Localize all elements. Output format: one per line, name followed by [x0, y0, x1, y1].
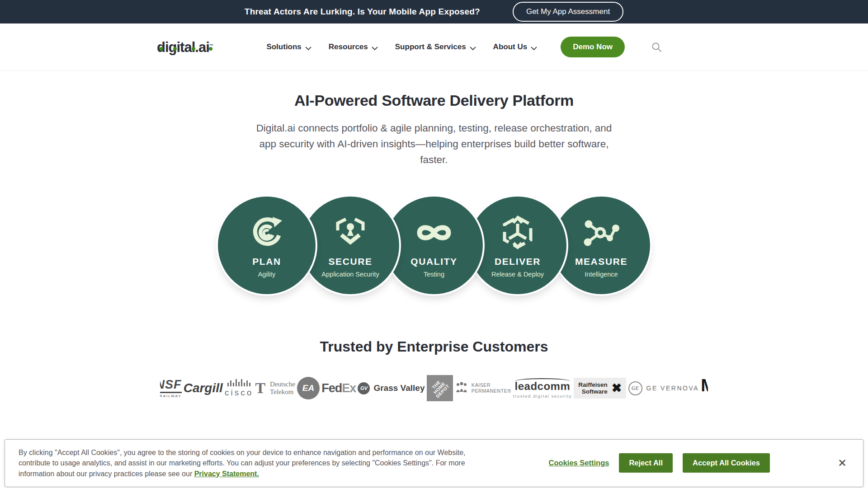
nav-label: Support & Services — [395, 42, 466, 52]
hero-subtitle: Digital.ai connects portfolio & agile pl… — [246, 120, 622, 168]
grass-valley-badge-icon: GV — [358, 382, 370, 394]
bnsf-railway-text: RAILWAY — [160, 394, 182, 398]
cisco-wordmark: cisco — [225, 388, 253, 398]
m-letter: M — [701, 378, 708, 393]
reject-all-button[interactable]: Reject All — [619, 453, 673, 473]
nav-item-about-us[interactable]: About Us — [493, 42, 538, 52]
platform-pillars: PLAN Agility SECURE Application Security — [0, 197, 868, 294]
raiffeisen-name: RaiffeisenSoftware — [578, 381, 608, 395]
pillar-subtitle: Application Security — [321, 271, 379, 278]
cookie-actions: Cookies Settings Reject All Accept All C… — [549, 453, 770, 473]
logo-fedex: FedEx — [321, 381, 356, 395]
main-nav: Solutions Resources Support & Services A… — [266, 42, 537, 52]
demo-now-button[interactable]: Demo Now — [561, 37, 625, 57]
logo-bnsf: BNSF RAILWAY — [160, 379, 182, 398]
chevron-down-icon — [305, 43, 311, 52]
pillar-title: DELIVER — [495, 256, 541, 267]
close-icon[interactable]: ✕ — [838, 458, 847, 469]
grass-valley-name: Grass Valley — [373, 383, 425, 393]
pillar-title: MEASURE — [575, 256, 627, 267]
ge-monogram-icon: GE — [628, 381, 642, 395]
customer-logo-carousel: BNSF RAILWAY Cargill cisco T DeutscheTel… — [160, 373, 708, 403]
pillar-title: SECURE — [328, 256, 372, 267]
pillar-title: QUALITY — [410, 256, 457, 267]
nav-label: Resources — [329, 42, 368, 52]
accept-all-cookies-button[interactable]: Accept All Cookies — [683, 453, 770, 473]
cookie-consent-banner: By clicking "Accept All Cookies", you ag… — [5, 439, 863, 488]
logo-home-depot: THE HOME DEPOT — [427, 375, 453, 401]
nav-item-solutions[interactable]: Solutions — [266, 42, 311, 52]
quality-infinity-icon — [413, 215, 455, 251]
leadcomm-wordmark: leadcomm — [515, 378, 571, 393]
nav-label: About Us — [493, 42, 528, 52]
pillar-quality[interactable]: QUALITY Testing — [385, 197, 483, 294]
logo-green-dot — [160, 47, 163, 51]
cookie-message: By clicking "Accept All Cookies", you ag… — [19, 447, 489, 479]
logo-cisco: cisco — [225, 379, 253, 398]
pillar-subtitle: Intelligence — [585, 271, 618, 278]
deliver-cube-arrows-icon — [500, 215, 536, 251]
privacy-statement-link[interactable]: Privacy Statement. — [194, 470, 259, 478]
logo-cargill: Cargill — [184, 381, 223, 395]
logo-kaiser-permanente: KAISERPERMANENTE® — [455, 381, 511, 395]
pillar-subtitle: Agility — [258, 271, 276, 278]
fedex-fed: Fed — [321, 381, 342, 395]
plan-cycle-icon — [249, 215, 284, 251]
search-icon[interactable] — [651, 42, 662, 53]
telekom-name: DeutscheTelekom — [270, 380, 295, 396]
measure-network-icon — [581, 215, 621, 251]
site-header: digital.ai™ Solutions Resources Support … — [0, 23, 868, 71]
hero-section: AI-Powered Software Delivery Platform Di… — [0, 92, 868, 168]
announcement-text: Threat Actors Are Lurking. Is Your Mobil… — [245, 7, 480, 17]
logo-ea: EA — [297, 377, 320, 399]
telekom-t-icon: T — [255, 380, 265, 397]
logo-deutsche-telekom: T DeutscheTelekom — [255, 380, 295, 397]
ea-circle-icon: EA — [297, 377, 320, 399]
digital-ai-homepage: Threat Actors Are Lurking. Is Your Mobil… — [0, 0, 868, 488]
pillar-subtitle: Release & Deploy — [491, 271, 544, 278]
pillar-plan[interactable]: PLAN Agility — [218, 197, 316, 294]
chevron-down-icon — [470, 43, 476, 52]
page-title: AI-Powered Software Delivery Platform — [0, 92, 868, 109]
nav-item-resources[interactable]: Resources — [329, 42, 378, 52]
logo-green-dot — [192, 47, 195, 51]
fedex-ex: Ex — [342, 381, 356, 395]
secure-shield-keyhole-icon — [333, 215, 368, 251]
ge-vernova-name: GE VERNOVA — [646, 385, 699, 392]
logo-raiffeisen-software: RaiffeisenSoftware ✖ — [574, 378, 626, 399]
app-assessment-button[interactable]: Get My App Assessment — [513, 2, 623, 22]
kaiser-figures-icon — [455, 381, 468, 395]
cookies-settings-link[interactable]: Cookies Settings — [549, 459, 609, 467]
pillar-title: PLAN — [252, 256, 281, 267]
pillar-secure[interactable]: SECURE Application Security — [302, 197, 399, 294]
pillar-subtitle: Testing — [424, 271, 444, 278]
cargill-wordmark: Cargill — [184, 381, 223, 395]
chevron-down-icon — [531, 43, 537, 52]
logo-green-dot — [209, 47, 212, 51]
nav-item-support-services[interactable]: Support & Services — [395, 42, 476, 52]
digital-ai-logo[interactable]: digital.ai™ — [157, 40, 213, 54]
trusted-heading: Trusted by Enterprise Customers — [0, 338, 868, 355]
logo-green-dot — [173, 47, 177, 51]
nav-label: Solutions — [266, 42, 301, 52]
cisco-bars-icon — [227, 379, 250, 386]
logo-ge-vernova: GE GE VERNOVA — [628, 381, 699, 395]
leadcomm-tagline: trusted digital security — [513, 394, 572, 399]
pillar-measure[interactable]: MEASURE Intelligence — [552, 197, 650, 294]
logo-grass-valley: GV Grass Valley — [358, 382, 425, 394]
kaiser-name: KAISERPERMANENTE® — [472, 382, 511, 394]
logo-m-partial: M — [701, 378, 708, 399]
announcement-banner: Threat Actors Are Lurking. Is Your Mobil… — [0, 0, 868, 23]
home-depot-square-icon: THE HOME DEPOT — [427, 375, 453, 401]
logo-text: digital.ai — [157, 39, 209, 55]
pillar-deliver[interactable]: DELIVER Release & Deploy — [469, 197, 566, 294]
raiffeisen-gable-cross-icon: ✖ — [612, 382, 622, 394]
chevron-down-icon — [372, 43, 378, 52]
bnsf-wordmark: BNSF — [160, 379, 182, 393]
logo-leadcomm: leadcomm trusted digital security — [513, 378, 572, 399]
